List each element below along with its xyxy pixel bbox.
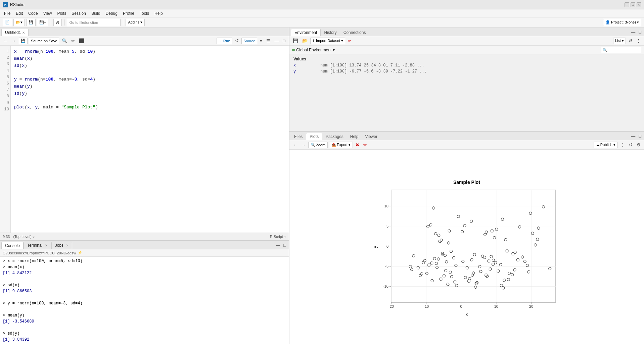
plots-minimize-button[interactable]: — (630, 133, 637, 139)
tab-jobs[interactable]: Jobs ✕ (51, 242, 73, 249)
menu-help[interactable]: Help (152, 10, 166, 16)
global-env-label[interactable]: Global Environment ▾ (296, 48, 335, 52)
env-tabs: Environment History Connections — □ (289, 28, 644, 36)
editor-back-button[interactable]: ← (2, 38, 9, 44)
console-line-10: [1] 3.84392 (3, 337, 286, 343)
editor-tabs: Untitled1 ✕ (0, 28, 289, 36)
svg-text:0: 0 (460, 304, 462, 308)
console-line-7: > mean(y) (3, 312, 286, 318)
env-clear-button[interactable]: ✏ (347, 38, 353, 44)
import-dataset-button[interactable]: ⬆ Import Dataset ▾ (310, 38, 345, 44)
console-content[interactable]: > x = rnorm(n=100, mean=5, sd=10) > mean… (0, 257, 289, 344)
menu-profile[interactable]: Profile (120, 10, 137, 16)
zoom-icon: 🔍 (311, 143, 315, 147)
open-file-button[interactable]: 📂▾ (13, 19, 25, 26)
go-to-file-button[interactable]: Go to file/function (67, 19, 121, 26)
editor-format-button[interactable]: ✏ (70, 38, 76, 44)
editor-tab-close[interactable]: ✕ (22, 31, 25, 35)
menu-file[interactable]: File (1, 10, 13, 16)
menu-plots[interactable]: Plots (55, 10, 69, 16)
menu-build[interactable]: Build (89, 10, 103, 16)
env-options-button[interactable]: ⋮ (635, 38, 642, 44)
editor-info-button[interactable]: ⬛ (78, 38, 86, 44)
minimize-button[interactable]: ─ (625, 2, 629, 7)
clear-plots-button[interactable]: ✏ (362, 142, 368, 148)
plots-maximize-button[interactable]: □ (637, 133, 643, 139)
tab-viewer[interactable]: Viewer (362, 133, 380, 140)
env-var-name-x: x (293, 63, 320, 68)
env-minimize-button[interactable]: — (630, 29, 637, 35)
console-maximize-button[interactable]: □ (282, 242, 287, 248)
rerun-button[interactable]: ↺ (234, 38, 240, 44)
run-button[interactable]: → Run (217, 38, 232, 44)
menu-tools[interactable]: Tools (137, 10, 152, 16)
maximize-button[interactable]: □ (631, 2, 635, 7)
tab-plots[interactable]: Plots (306, 133, 322, 140)
tab-connections[interactable]: Connections (340, 29, 369, 36)
menu-debug[interactable]: Debug (103, 10, 120, 16)
print-button[interactable]: 🖨 (53, 19, 62, 26)
plots-refresh-button[interactable]: ↺ (628, 142, 634, 148)
plots-options-button[interactable]: ⋮ (619, 142, 626, 148)
menu-session[interactable]: Session (69, 10, 89, 16)
editor-save-button[interactable]: 💾 (19, 38, 28, 44)
svg-text:Sample Plot: Sample Plot (453, 180, 480, 185)
new-file-button[interactable]: 📄 (3, 19, 12, 26)
env-row-x[interactable]: x num [1:100] 13.74 25.34 3.01 7.11 -2.8… (289, 62, 644, 68)
window-controls: ─ □ ✕ (625, 2, 641, 7)
menu-view[interactable]: View (41, 10, 55, 16)
addins-button[interactable]: Addins ▾ (126, 19, 145, 26)
save-all-button[interactable]: 💾+ (37, 19, 48, 26)
zoom-button[interactable]: 🔍 Zoom (308, 142, 328, 148)
source-button[interactable]: Source (241, 38, 257, 44)
env-refresh-button[interactable]: ↺ (627, 38, 634, 44)
export-label: Export ▾ (337, 143, 351, 147)
env-save-button[interactable]: 💾 (291, 38, 300, 44)
jobs-close[interactable]: ✕ (66, 244, 68, 247)
env-row-y[interactable]: y num [1:100] -6.77 -5.6 -3.39 -7.22 -1.… (289, 68, 644, 75)
main-toolbar: 📄 📂▾ 💾 💾+ 🖨 Go to file/function Addins ▾… (0, 17, 644, 28)
tab-packages[interactable]: Packages (322, 133, 347, 140)
editor-search-button[interactable]: 🔍 (60, 38, 68, 44)
terminal-close[interactable]: ✕ (45, 244, 48, 247)
left-panel: Untitled1 ✕ ← → 💾 Source on Save 🔍 ✏ ⬛ →… (0, 28, 289, 344)
console-line-1: > x = rnorm(n=100, mean=5, sd=10) (3, 258, 286, 264)
close-button[interactable]: ✕ (637, 2, 641, 7)
editor-forward-button[interactable]: → (10, 38, 17, 44)
list-view-button[interactable]: List ▾ (613, 38, 626, 44)
editor-minimize-button[interactable]: — (273, 38, 280, 44)
source-dropdown[interactable]: ▾ (259, 38, 264, 44)
editor-options-button[interactable]: ☰ (265, 38, 272, 44)
env-load-button[interactable]: 📂 (301, 38, 309, 44)
publish-icon: ☁ (596, 143, 600, 147)
env-var-type-x: num [1:100] 13.74 25.34 3.01 7.11 -2.88 … (320, 63, 640, 68)
tab-environment[interactable]: Environment (291, 29, 321, 36)
tab-help[interactable]: Help (347, 133, 362, 140)
editor-maximize-button[interactable]: □ (281, 38, 287, 44)
export-button[interactable]: 📤 Export ▾ (329, 142, 353, 148)
console-line-2: > mean(x) (3, 264, 286, 270)
tab-console[interactable]: Console (1, 242, 24, 249)
code-editor[interactable]: 12345 678910 x = rnorm(n=100, mean=5, sd… (0, 46, 289, 233)
menu-code[interactable]: Code (26, 10, 41, 16)
plots-back-button[interactable]: ← (291, 142, 298, 148)
env-search-input[interactable] (601, 47, 641, 53)
code-content[interactable]: x = rnorm(n=100, mean=5, sd=10) mean(x) … (11, 46, 289, 233)
plots-forward-button[interactable]: → (300, 142, 307, 148)
delete-plot-button[interactable]: ✖ (354, 142, 361, 148)
editor-tab-untitled1[interactable]: Untitled1 ✕ (1, 29, 29, 36)
tab-files[interactable]: Files (291, 133, 306, 140)
plots-gear-button[interactable]: ⚙ (635, 142, 642, 148)
tab-history[interactable]: History (321, 29, 340, 36)
open-icon: 📂▾ (16, 20, 22, 24)
project-button[interactable]: 👤 Project: (None) ▾ (603, 19, 641, 26)
tab-terminal[interactable]: Terminal ✕ (24, 242, 51, 249)
console-tabs: Console Terminal ✕ Jobs ✕ — □ (0, 241, 289, 249)
env-maximize-button[interactable]: □ (637, 29, 643, 35)
publish-button[interactable]: ☁ Publish ▾ (594, 142, 618, 148)
console-minimize-button[interactable]: — (274, 242, 281, 248)
line-numbers: 12345 678910 (0, 46, 11, 233)
source-on-save-button[interactable]: Source on Save (29, 38, 59, 44)
save-button[interactable]: 💾 (26, 19, 36, 26)
menu-edit[interactable]: Edit (13, 10, 26, 16)
